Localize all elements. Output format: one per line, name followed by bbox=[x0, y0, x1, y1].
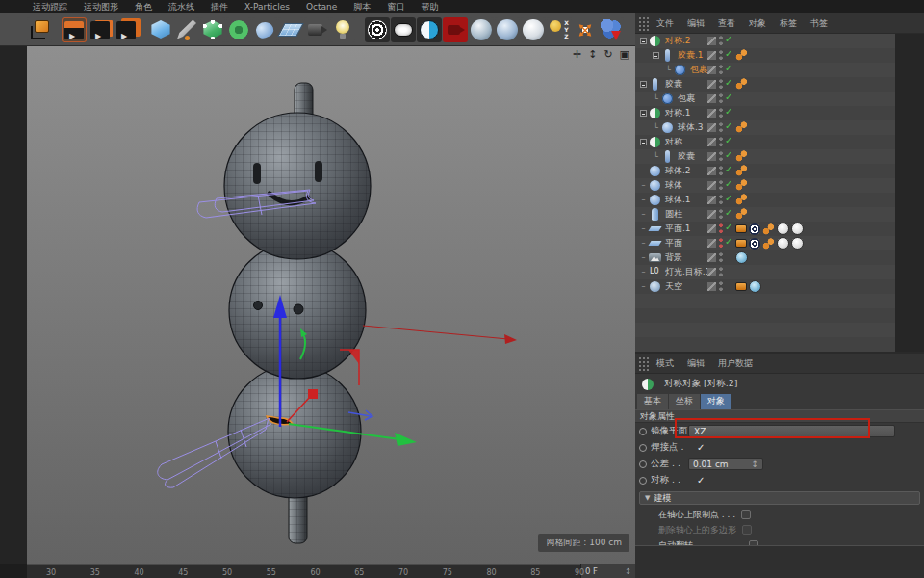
edit-points-icon[interactable] bbox=[200, 17, 225, 42]
visibility-dots-icon[interactable] bbox=[719, 223, 723, 234]
object-row[interactable]: –平面.1✓ bbox=[635, 222, 924, 236]
layer-icon[interactable] bbox=[707, 196, 716, 204]
menu-item[interactable]: 角色 bbox=[135, 1, 152, 13]
mirror-plane-dropdown[interactable]: XZ bbox=[688, 425, 895, 437]
sphere-top[interactable] bbox=[224, 113, 371, 259]
expand-toggle-icon[interactable] bbox=[640, 139, 647, 145]
object-row[interactable]: 胶囊✓ bbox=[635, 77, 924, 92]
compositing-tag-icon[interactable] bbox=[735, 224, 747, 233]
enabled-check-icon[interactable]: ✓ bbox=[725, 135, 732, 145]
texture-tag-icon[interactable] bbox=[791, 223, 804, 235]
render-camera-icon[interactable] bbox=[443, 17, 468, 42]
property-check-icon[interactable]: ✓ bbox=[697, 475, 705, 486]
visibility-dots-icon[interactable] bbox=[719, 50, 723, 61]
object-row[interactable]: └包裹✓ bbox=[635, 63, 924, 77]
attr-menu-item[interactable]: 编辑 bbox=[687, 357, 705, 370]
object-row[interactable]: –球体✓ bbox=[635, 178, 924, 193]
deform-tool-icon[interactable] bbox=[599, 17, 624, 42]
visibility-dots-icon[interactable] bbox=[719, 195, 723, 205]
menu-item[interactable]: 窗口 bbox=[387, 1, 404, 13]
phong-tag-icon[interactable] bbox=[735, 49, 748, 61]
visibility-dots-icon[interactable] bbox=[719, 166, 723, 176]
layer-icon[interactable] bbox=[707, 239, 716, 248]
texture-tag-icon[interactable] bbox=[777, 237, 789, 250]
phong-tag-icon[interactable] bbox=[735, 208, 748, 220]
target-tag-icon[interactable] bbox=[749, 238, 760, 250]
enabled-check-icon[interactable]: ✓ bbox=[725, 207, 732, 218]
compositing-tag-icon[interactable] bbox=[735, 239, 747, 248]
layer-icon[interactable] bbox=[707, 138, 716, 146]
layer-icon[interactable] bbox=[707, 268, 716, 276]
object-row[interactable]: –平面✓ bbox=[635, 236, 924, 250]
object-row[interactable]: └胶囊✓ bbox=[635, 149, 924, 164]
pan-icon[interactable]: ✛ bbox=[573, 49, 581, 60]
layer-icon[interactable] bbox=[707, 80, 716, 89]
current-frame-field[interactable]: 0 F↕ bbox=[580, 564, 635, 578]
enabled-check-icon[interactable]: ✓ bbox=[725, 106, 732, 117]
menu-item[interactable]: 脚本 bbox=[353, 1, 371, 13]
visibility-dots-icon[interactable] bbox=[719, 65, 723, 75]
menu-item[interactable]: Octane bbox=[306, 2, 337, 12]
enabled-check-icon[interactable]: ✓ bbox=[725, 222, 732, 232]
enabled-check-icon[interactable]: ✓ bbox=[725, 120, 732, 131]
clapper-cube-icon[interactable] bbox=[88, 17, 113, 42]
enabled-check-icon[interactable]: ✓ bbox=[725, 63, 732, 73]
layer-icon[interactable] bbox=[707, 123, 716, 132]
enabled-check-icon[interactable]: ✓ bbox=[725, 164, 732, 174]
move-axis-icon[interactable] bbox=[573, 17, 598, 42]
tab-基本[interactable]: 基本 bbox=[637, 394, 668, 409]
layer-icon[interactable] bbox=[707, 109, 716, 118]
menu-item[interactable]: 流水线 bbox=[168, 1, 194, 13]
om-menu-item[interactable]: 查看 bbox=[718, 17, 735, 30]
panel-grip-icon[interactable] bbox=[638, 356, 650, 371]
phong-tag-icon[interactable] bbox=[762, 238, 775, 250]
spline-pen-icon[interactable] bbox=[174, 17, 199, 42]
object-row[interactable]: –球体.2✓ bbox=[635, 164, 924, 178]
phong-tag-icon[interactable] bbox=[735, 179, 748, 191]
visibility-dots-icon[interactable] bbox=[719, 180, 723, 191]
light-bulb-icon[interactable] bbox=[330, 17, 355, 42]
floor-plane-icon[interactable] bbox=[278, 17, 303, 42]
phong-tag-icon[interactable] bbox=[735, 165, 748, 176]
layer-icon[interactable] bbox=[707, 282, 716, 291]
checkbox[interactable] bbox=[741, 510, 751, 519]
om-menu-item[interactable]: 对象 bbox=[749, 17, 766, 30]
hemisphere-icon[interactable] bbox=[417, 17, 442, 42]
layer-icon[interactable] bbox=[707, 224, 716, 233]
visibility-dots-icon[interactable] bbox=[719, 209, 723, 220]
target-tag-icon[interactable] bbox=[749, 223, 760, 235]
enabled-check-icon[interactable]: ✓ bbox=[725, 92, 732, 102]
enabled-check-icon[interactable]: ✓ bbox=[725, 34, 732, 44]
texture-tag-icon[interactable] bbox=[777, 223, 789, 235]
phong-tag-icon[interactable] bbox=[762, 223, 775, 235]
visibility-dots-icon[interactable] bbox=[719, 93, 723, 104]
visibility-dots-icon[interactable] bbox=[719, 267, 723, 277]
object-row[interactable]: –灯光.目标.1 bbox=[635, 265, 924, 279]
area-light-icon[interactable] bbox=[391, 17, 416, 42]
visibility-dots-icon[interactable] bbox=[719, 79, 723, 90]
tab-对象[interactable]: 对象 bbox=[701, 394, 732, 409]
layer-icon[interactable] bbox=[707, 253, 716, 262]
clapper-gear-icon[interactable] bbox=[114, 17, 139, 42]
object-row[interactable]: –天空 bbox=[635, 279, 924, 294]
phong-tag-icon[interactable] bbox=[735, 194, 748, 205]
object-row[interactable]: 对称.1✓ bbox=[635, 106, 924, 120]
model-cube-icon[interactable] bbox=[148, 17, 173, 42]
visibility-dots-icon[interactable] bbox=[719, 238, 723, 249]
om-menu-item[interactable]: 编辑 bbox=[687, 17, 705, 30]
menu-item[interactable]: 帮助 bbox=[421, 1, 438, 13]
stepper-icon[interactable]: ↕ bbox=[751, 459, 758, 469]
sphere-middle[interactable] bbox=[229, 242, 366, 379]
visibility-dots-icon[interactable] bbox=[719, 137, 723, 147]
panel-grip-icon[interactable] bbox=[638, 16, 650, 31]
expand-toggle-icon[interactable] bbox=[640, 38, 647, 44]
expand-toggle-icon[interactable] bbox=[653, 52, 659, 59]
layer-icon[interactable] bbox=[707, 167, 716, 175]
om-menu-item[interactable]: 文件 bbox=[656, 17, 674, 30]
om-menu-item[interactable]: 书签 bbox=[810, 17, 828, 30]
property-check-icon[interactable]: ✓ bbox=[697, 442, 705, 453]
camera-icon[interactable] bbox=[304, 17, 329, 42]
om-menu-item[interactable]: 标签 bbox=[780, 17, 797, 30]
texture-sky-tag-icon[interactable] bbox=[749, 280, 761, 293]
layer-icon[interactable] bbox=[707, 94, 716, 103]
